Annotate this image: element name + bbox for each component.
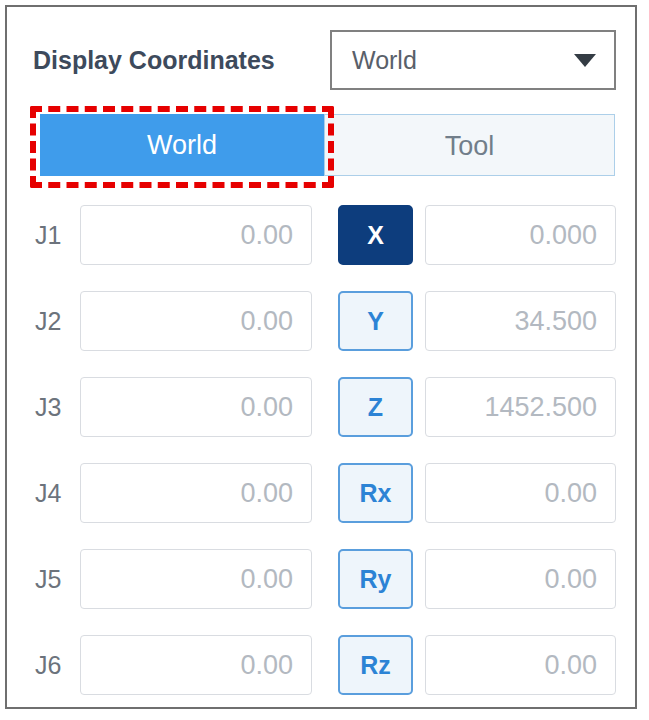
axis-button-y[interactable]: Y [338, 291, 413, 351]
display-coordinates-label: Display Coordinates [33, 30, 275, 90]
axis-button-ry[interactable]: Ry [338, 549, 413, 609]
chevron-down-icon [574, 54, 596, 67]
joint-value-input-j2[interactable] [80, 291, 312, 351]
coordinate-row: J3 Z [33, 377, 616, 437]
tab-tool[interactable]: Tool [324, 114, 615, 176]
axis-button-z[interactable]: Z [338, 377, 413, 437]
axis-value-input-x[interactable] [425, 205, 616, 265]
display-coordinates-panel: Display Coordinates World World Tool J1 … [5, 5, 637, 709]
axis-button-rx[interactable]: Rx [338, 463, 413, 523]
coordinate-row: J2 Y [33, 291, 616, 351]
coordinates-dropdown[interactable]: World [330, 30, 616, 90]
joint-value-input-j4[interactable] [80, 463, 312, 523]
joint-value-input-j1[interactable] [80, 205, 312, 265]
coordinate-row: J4 Rx [33, 463, 616, 523]
coordinates-dropdown-value: World [352, 32, 417, 88]
axis-value-input-z[interactable] [425, 377, 616, 437]
joint-value-input-j5[interactable] [80, 549, 312, 609]
tab-world[interactable]: World [40, 114, 324, 176]
axis-button-x[interactable]: X [338, 205, 413, 265]
axis-button-rz[interactable]: Rz [338, 635, 413, 695]
joint-label-j3: J3 [33, 393, 80, 422]
coordinate-row: J6 Rz [33, 635, 616, 695]
axis-value-input-ry[interactable] [425, 549, 616, 609]
joint-label-j2: J2 [33, 307, 80, 336]
joint-label-j6: J6 [33, 651, 80, 680]
axis-value-input-rx[interactable] [425, 463, 616, 523]
joint-label-j1: J1 [33, 221, 80, 250]
coordinate-row: J1 X [33, 205, 616, 265]
joint-label-j4: J4 [33, 479, 80, 508]
joint-value-input-j6[interactable] [80, 635, 312, 695]
axis-value-input-rz[interactable] [425, 635, 616, 695]
joint-value-input-j3[interactable] [80, 377, 312, 437]
joint-label-j5: J5 [33, 565, 80, 594]
axis-value-input-y[interactable] [425, 291, 616, 351]
coordinate-rows: J1 X J2 Y J3 Z J4 Rx J5 Ry J6 Rz [33, 205, 616, 720]
coordinate-row: J5 Ry [33, 549, 616, 609]
